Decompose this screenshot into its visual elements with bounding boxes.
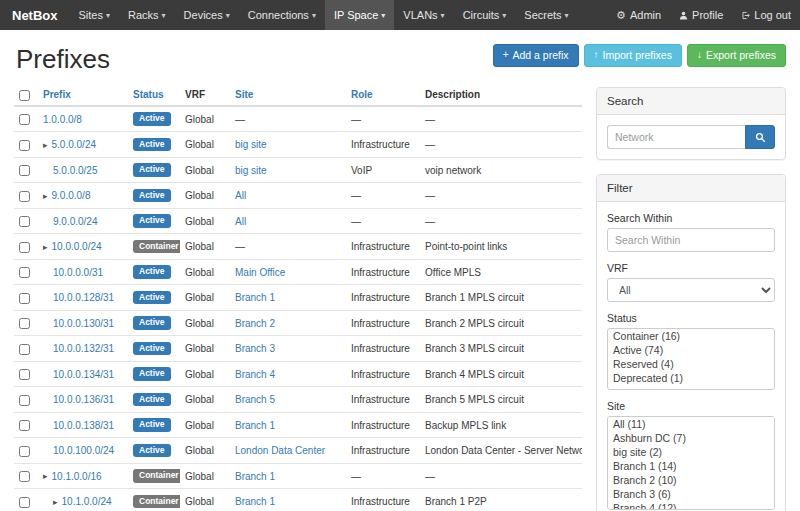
row-checkbox[interactable] (19, 242, 30, 253)
row-checkbox[interactable] (19, 114, 30, 125)
row-checkbox[interactable] (19, 395, 30, 406)
filter-option[interactable]: Branch 1 (14) (608, 459, 774, 473)
filter-option[interactable]: Branch 4 (12) (608, 501, 774, 510)
row-checkbox[interactable] (19, 446, 30, 457)
column-sort-link[interactable]: Site (235, 89, 253, 100)
prefix-link[interactable]: 10.0.100.0/24 (53, 445, 114, 456)
prefix-link[interactable]: 10.0.0.136/31 (53, 394, 114, 405)
site-link[interactable]: Branch 1 (235, 292, 275, 303)
nav-item-sites[interactable]: Sites▾ (70, 0, 119, 30)
site-link[interactable]: big site (235, 139, 267, 150)
status-filter-list[interactable]: Container (16)Active (74)Reserved (4)Dep… (607, 328, 775, 390)
column-header-status[interactable]: Status (128, 85, 180, 106)
site-link[interactable]: Branch 1 (235, 471, 275, 482)
row-checkbox[interactable] (19, 216, 30, 227)
row-checkbox[interactable] (19, 420, 30, 431)
nav-item-devices[interactable]: Devices▾ (175, 0, 239, 30)
search-within-input[interactable] (607, 228, 775, 252)
filter-option[interactable]: Active (74) (608, 343, 774, 357)
select-all-checkbox[interactable] (19, 90, 30, 101)
column-sort-link[interactable]: Role (351, 89, 373, 100)
filter-option[interactable]: Branch 3 (6) (608, 487, 774, 501)
prefix-link[interactable]: 9.0.0.0/8 (52, 190, 91, 201)
nav-item-circuits[interactable]: Circuits▾ (454, 0, 516, 30)
nav-item-ip-space[interactable]: IP Space▾ (325, 0, 394, 30)
site-filter-list[interactable]: All (11)Ashburn DC (7)big site (2)Branch… (607, 416, 775, 510)
filter-option[interactable]: Container (16) (608, 329, 774, 343)
filter-option[interactable]: Deprecated (1) (608, 371, 774, 385)
prefix-link[interactable]: 5.0.0.0/24 (52, 139, 96, 150)
nav-item-admin[interactable]: ⚙Admin (607, 0, 670, 30)
expand-toggle-icon[interactable]: ▸ (53, 497, 58, 507)
prefix-link[interactable]: 10.0.0.132/31 (53, 343, 114, 354)
column-header-site[interactable]: Site (230, 85, 346, 106)
prefix-link[interactable]: 9.0.0.0/24 (53, 216, 97, 227)
site-link[interactable]: Branch 1 (235, 420, 275, 431)
search-panel-title: Search (597, 88, 785, 115)
nav-item-connections[interactable]: Connections▾ (239, 0, 325, 30)
row-checkbox[interactable] (19, 318, 30, 329)
prefix-link[interactable]: 10.0.0.130/31 (53, 318, 114, 329)
column-sort-link[interactable]: Prefix (43, 89, 71, 100)
site-cell: Branch 1 (230, 489, 346, 511)
vrf-cell: Global (180, 234, 230, 260)
row-checkbox[interactable] (19, 497, 30, 508)
import-prefixes-button[interactable]: ↑ Import prefixes (584, 44, 682, 67)
row-checkbox[interactable] (19, 471, 30, 482)
row-checkbox[interactable] (19, 369, 30, 380)
prefix-link[interactable]: 5.0.0.0/25 (53, 165, 97, 176)
row-checkbox[interactable] (19, 293, 30, 304)
site-link[interactable]: All (235, 190, 246, 201)
expand-toggle-icon[interactable]: ▸ (43, 471, 48, 481)
expand-toggle-icon[interactable]: ▸ (43, 191, 48, 201)
prefix-link[interactable]: 10.0.0.138/31 (53, 420, 114, 431)
nav-item-secrets[interactable]: Secrets▾ (515, 0, 577, 30)
site-link[interactable]: Main Office (235, 267, 285, 278)
prefix-link[interactable]: 10.1.0.0/16 (52, 471, 102, 482)
filter-option[interactable]: Reserved (4) (608, 357, 774, 371)
search-button[interactable] (745, 125, 775, 149)
nav-item-racks[interactable]: Racks▾ (119, 0, 175, 30)
row-checkbox[interactable] (19, 344, 30, 355)
expand-toggle-icon[interactable]: ▸ (43, 242, 48, 252)
prefix-link[interactable]: 10.0.0.0/31 (53, 267, 103, 278)
column-sort-link[interactable]: Status (133, 89, 164, 100)
filter-option[interactable]: Branch 2 (10) (608, 473, 774, 487)
prefix-table-body: 1.0.0.0/8ActiveGlobal———▸5.0.0.0/24Activ… (14, 106, 582, 511)
search-input[interactable] (607, 125, 745, 149)
status-cell: Active (128, 285, 180, 311)
prefix-link[interactable]: 10.0.0.134/31 (53, 369, 114, 380)
row-checkbox[interactable] (19, 140, 30, 151)
expand-toggle-icon[interactable]: ▸ (43, 140, 48, 150)
site-link[interactable]: Branch 4 (235, 369, 275, 380)
nav-item-log-out[interactable]: Log out (732, 0, 800, 30)
prefix-link[interactable]: 10.0.0.0/24 (52, 241, 102, 252)
row-checkbox[interactable] (19, 191, 30, 202)
app-logo[interactable]: NetBox (0, 0, 70, 30)
nav-item-vlans[interactable]: VLANs▾ (394, 0, 453, 30)
site-link[interactable]: All (235, 216, 246, 227)
add-prefix-button[interactable]: + Add a prefix (493, 44, 579, 67)
vrf-cell: Global (180, 361, 230, 387)
filter-option[interactable]: big site (2) (608, 445, 774, 459)
nav-item-label: VLANs (403, 9, 437, 21)
site-link[interactable]: big site (235, 165, 267, 176)
filter-option[interactable]: All (11) (608, 417, 774, 431)
row-checkbox[interactable] (19, 165, 30, 176)
export-prefixes-button[interactable]: ↓ Export prefixes (687, 44, 786, 67)
prefix-link[interactable]: 1.0.0.0/8 (43, 114, 82, 125)
prefix-link[interactable]: 10.0.0.128/31 (53, 292, 114, 303)
vrf-select[interactable]: All (607, 278, 775, 302)
site-link[interactable]: Branch 2 (235, 318, 275, 329)
site-link[interactable]: London Data Center (235, 445, 325, 456)
prefix-link[interactable]: 10.1.0.0/24 (62, 496, 112, 507)
filter-option[interactable]: Ashburn DC (7) (608, 431, 774, 445)
nav-item-profile[interactable]: Profile (670, 0, 732, 30)
status-cell: Active (128, 361, 180, 387)
site-link[interactable]: Branch 3 (235, 343, 275, 354)
row-checkbox[interactable] (19, 267, 30, 278)
site-link[interactable]: Branch 5 (235, 394, 275, 405)
column-header-role[interactable]: Role (346, 85, 420, 106)
column-header-prefix[interactable]: Prefix (38, 85, 128, 106)
site-link[interactable]: Branch 1 (235, 496, 275, 507)
